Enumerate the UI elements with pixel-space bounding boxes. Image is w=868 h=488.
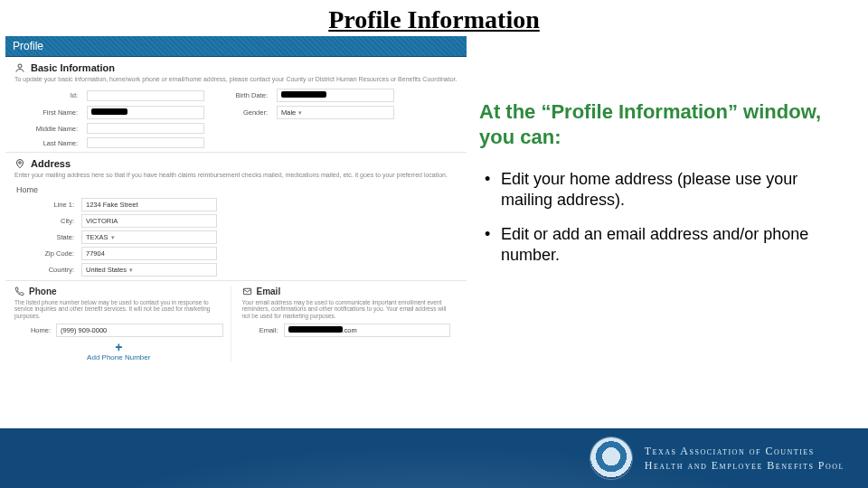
gender-label: Gender: (213, 108, 268, 117)
firstname-field[interactable] (87, 106, 204, 119)
address-subtitle: Home (16, 185, 458, 194)
city-field[interactable]: VICTORIA (81, 214, 217, 228)
country-field[interactable]: United States▾ (81, 263, 217, 277)
country-label: Country: (20, 266, 74, 274)
seal-icon (590, 437, 632, 479)
lastname-label: Last Name: (14, 139, 78, 147)
zip-label: Zip Code: (20, 249, 74, 258)
profile-screenshot: Profile Basic Information To update your… (5, 36, 467, 367)
svg-point-1 (19, 162, 22, 164)
id-field[interactable] (87, 90, 204, 101)
chevron-down-icon: ▾ (127, 267, 133, 273)
phone-icon (14, 286, 24, 296)
email-desc: Your email address may be used to commun… (242, 299, 451, 319)
birthdate-label: Birth Date: (213, 91, 268, 99)
phone-home-field[interactable]: (999) 909-0000 (56, 324, 223, 337)
address-form: Line 1: 1234 Fake Street City: VICTORIA … (20, 198, 458, 277)
middlename-field[interactable] (87, 123, 204, 134)
section-address: Address Enter your mailing address here … (5, 153, 467, 280)
section-title-email-label: Email (257, 286, 281, 296)
email-column: Email Your email address may be used to … (242, 286, 458, 361)
instructions-panel: At the “Profile Information” window, you… (470, 36, 868, 425)
middlename-label: Middle Name: (14, 125, 78, 133)
phone-home-label: Home: (14, 326, 51, 334)
zip-field[interactable]: 77904 (81, 247, 217, 260)
email-field[interactable]: .com (284, 324, 451, 337)
instructions-heading: At the “Profile Information” window, you… (479, 99, 841, 149)
window-header: Profile (5, 36, 467, 57)
screenshot-panel: Profile Basic Information To update your… (0, 36, 470, 425)
lastname-field[interactable] (87, 137, 204, 148)
add-phone-label: Add Phone Number (87, 353, 150, 361)
email-label: Email: (242, 326, 278, 334)
basic-form: Id: Birth Date: First Name: Gender: Male… (14, 89, 458, 148)
pin-icon (14, 158, 25, 169)
list-item: Edit your home address (please use your … (483, 169, 841, 211)
svg-point-0 (18, 64, 22, 68)
gender-field[interactable]: Male▾ (277, 106, 394, 119)
content-row: Profile Basic Information To update your… (0, 36, 868, 425)
person-icon (14, 62, 25, 73)
chevron-down-icon: ▾ (296, 109, 302, 116)
org-line1: Texas Association of Counties (645, 444, 844, 458)
org-name: Texas Association of Counties Health and… (645, 444, 844, 473)
section-phone-email: Phone The listed phone number below may … (5, 281, 467, 367)
mail-icon (242, 286, 252, 296)
add-phone-button[interactable]: + Add Phone Number (14, 341, 223, 361)
section-title-basic: Basic Information (14, 62, 458, 73)
section-title-email: Email (242, 286, 451, 296)
state-field[interactable]: TEXAS▾ (81, 230, 217, 244)
section-title-phone: Phone (14, 286, 223, 296)
footer: Texas Association of Counties Health and… (0, 428, 868, 488)
section-desc-basic: To update your basic information, home/w… (14, 76, 458, 83)
section-desc-address: Enter your mailing address here so that … (14, 172, 458, 179)
line1-field[interactable]: 1234 Fake Street (81, 198, 217, 211)
section-basic-info: Basic Information To update your basic i… (5, 57, 467, 153)
chevron-down-icon: ▾ (108, 234, 115, 240)
state-label: State: (20, 233, 74, 241)
slide-title: Profile Information (0, 0, 868, 36)
plus-icon: + (14, 341, 223, 353)
firstname-label: First Name: (14, 108, 78, 117)
city-label: City: (20, 217, 74, 225)
instructions-list: Edit your home address (please use your … (479, 169, 841, 267)
section-title-address: Address (14, 158, 458, 169)
phone-desc: The listed phone number below may be use… (14, 299, 223, 319)
line1-label: Line 1: (20, 201, 74, 209)
section-title-basic-label: Basic Information (31, 62, 115, 73)
id-label: Id: (14, 91, 78, 99)
section-title-phone-label: Phone (29, 286, 57, 296)
birthdate-field[interactable] (277, 89, 394, 102)
section-title-address-label: Address (31, 158, 71, 169)
phone-column: Phone The listed phone number below may … (14, 286, 231, 361)
org-line2: Health and Employee Benefits Pool (645, 458, 844, 473)
list-item: Edit or add an email address and/or phon… (483, 224, 841, 267)
